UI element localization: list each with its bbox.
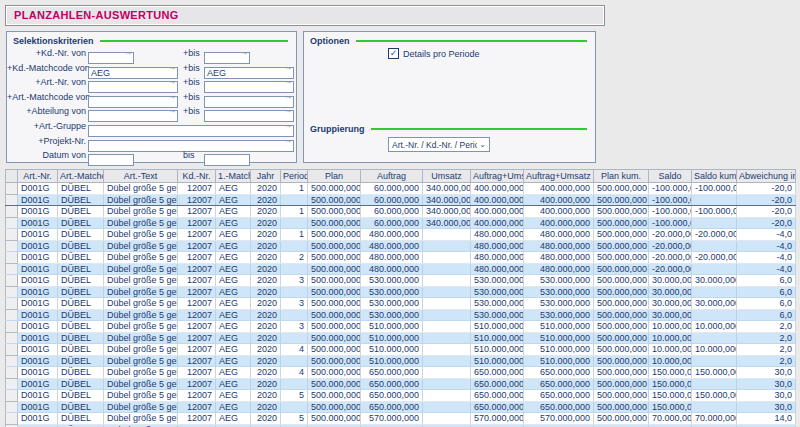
cell-auftrag-umsatz-kum[interactable]: 480.000,000 xyxy=(524,240,594,252)
cell-art-nr[interactable]: D001G xyxy=(18,275,58,287)
cell-periode[interactable]: 2 xyxy=(281,252,308,264)
cell-saldo-kum[interactable] xyxy=(692,194,737,206)
cell-periode[interactable] xyxy=(281,401,308,413)
cell-auftrag-umsatz[interactable]: 650.000,000 xyxy=(471,390,524,402)
cell-periode[interactable]: 4 xyxy=(281,367,308,379)
cell-plan-kum[interactable]: 500.000,000 xyxy=(594,355,649,367)
cell-matchcode1[interactable]: AEG xyxy=(216,367,251,379)
cell-art-matchcode[interactable]: DÜBEL xyxy=(58,252,104,264)
cell-auftrag-umsatz-kum[interactable]: 400.000,000 xyxy=(524,194,594,206)
cell-abweichung[interactable]: -4,0 xyxy=(737,252,796,264)
cell-auftrag-umsatz-kum[interactable]: 400.000,000 xyxy=(524,183,594,195)
cell-saldo[interactable]: 30.000,000 xyxy=(649,286,692,298)
cell-saldo-kum[interactable] xyxy=(692,378,737,390)
cell-saldo-kum[interactable] xyxy=(692,309,737,321)
table-row[interactable]: D001GDÜBELDübel größe 5 gelb12007AEG2020… xyxy=(6,367,796,379)
cell-art-text[interactable]: Dübel größe 5 gelb xyxy=(104,206,178,218)
cell-saldo-kum[interactable]: -100.000,000 xyxy=(692,206,737,218)
cell-kd-nr[interactable]: 12007 xyxy=(178,183,216,195)
cell-jahr[interactable]: 2020 xyxy=(251,378,281,390)
cell-auftrag[interactable]: 650.000,000 xyxy=(361,367,423,379)
cell-plan[interactable]: 500.000,000 xyxy=(308,229,361,241)
cell-saldo-kum[interactable]: -100.000,000 xyxy=(692,183,737,195)
cell-abweichung[interactable]: -20,0 xyxy=(737,217,796,229)
cell-matchcode1[interactable]: AEG xyxy=(216,378,251,390)
cell-auftrag-umsatz-kum[interactable]: 530.000,000 xyxy=(524,275,594,287)
cell-saldo[interactable]: -20.000,000 xyxy=(649,263,692,275)
cell-auftrag[interactable]: 480.000,000 xyxy=(361,240,423,252)
cell-auftrag-umsatz[interactable]: 480.000,000 xyxy=(471,240,524,252)
row-selector[interactable] xyxy=(6,217,18,229)
cell-umsatz[interactable] xyxy=(423,298,471,310)
cell-saldo-kum[interactable] xyxy=(692,240,737,252)
cell-auftrag-umsatz[interactable]: 400.000,000 xyxy=(471,206,524,218)
cell-art-nr[interactable]: D001G xyxy=(18,229,58,241)
cell-auftrag-umsatz[interactable]: 510.000,000 xyxy=(471,332,524,344)
cell-plan[interactable]: 500.000,000 xyxy=(308,332,361,344)
cell-plan-kum[interactable]: 500.000,000 xyxy=(594,194,649,206)
lookup-arrow-icon[interactable]: → xyxy=(240,47,248,59)
cell-abweichung[interactable]: 30,0 xyxy=(737,378,796,390)
cell-jahr[interactable]: 2020 xyxy=(251,332,281,344)
cell-kd-nr[interactable]: 12007 xyxy=(178,286,216,298)
cell-art-text[interactable]: Dübel größe 5 gelb xyxy=(104,332,178,344)
cell-periode[interactable]: 5 xyxy=(281,413,308,425)
cell-jahr[interactable]: 2020 xyxy=(251,229,281,241)
cell-auftrag[interactable]: 650.000,000 xyxy=(361,401,423,413)
cell-plan[interactable]: 500.000,000 xyxy=(308,263,361,275)
cell-auftrag-umsatz[interactable]: 400.000,000 xyxy=(471,217,524,229)
cell-plan[interactable]: 500.000,000 xyxy=(308,206,361,218)
cell-saldo-kum[interactable]: -20.000,000 xyxy=(692,252,737,264)
cell-art-nr[interactable]: D001G xyxy=(18,217,58,229)
cell-kd-nr[interactable]: 12007 xyxy=(178,206,216,218)
cell-art-matchcode[interactable]: DÜBEL xyxy=(58,413,104,425)
cell-auftrag-umsatz[interactable]: 530.000,000 xyxy=(471,286,524,298)
cell-periode[interactable] xyxy=(281,240,308,252)
cell-auftrag[interactable]: 510.000,000 xyxy=(361,321,423,333)
cell-auftrag[interactable]: 60.000,000 xyxy=(361,183,423,195)
row-selector[interactable] xyxy=(6,275,18,287)
table-row[interactable]: D001GDÜBELDübel größe 5 gelb12007AEG2020… xyxy=(6,183,796,195)
cell-auftrag-umsatz[interactable]: 650.000,000 xyxy=(471,401,524,413)
cell-saldo[interactable]: 150.000,000 xyxy=(649,390,692,402)
cell-umsatz[interactable]: 340.000,000 xyxy=(423,217,471,229)
cell-art-nr[interactable]: D001G xyxy=(18,309,58,321)
cell-jahr[interactable]: 2020 xyxy=(251,194,281,206)
cell-jahr[interactable]: 2020 xyxy=(251,217,281,229)
cell-jahr[interactable]: 2020 xyxy=(251,321,281,333)
cell-saldo-kum[interactable]: 10.000,000 xyxy=(692,321,737,333)
cell-jahr[interactable]: 2020 xyxy=(251,413,281,425)
cell-kd-nr[interactable]: 12007 xyxy=(178,275,216,287)
cell-plan-kum[interactable]: 500.000,000 xyxy=(594,298,649,310)
cell-auftrag-umsatz[interactable]: 530.000,000 xyxy=(471,298,524,310)
cell-art-matchcode[interactable]: DÜBEL xyxy=(58,390,104,402)
cell-art-text[interactable]: Dübel größe 5 gelb xyxy=(104,183,178,195)
cell-art-nr[interactable]: D001G xyxy=(18,355,58,367)
cell-auftrag-umsatz-kum[interactable]: 570.000,000 xyxy=(524,413,594,425)
cell-kd-nr[interactable]: 12007 xyxy=(178,413,216,425)
cell-art-text[interactable]: Dübel größe 5 gelb xyxy=(104,309,178,321)
cell-matchcode1[interactable]: AEG xyxy=(216,252,251,264)
cell-auftrag-umsatz[interactable]: 400.000,000 xyxy=(471,194,524,206)
table-row[interactable]: D001GDÜBELDübel größe 5 gelb12007AEG2020… xyxy=(6,309,796,321)
cell-periode[interactable]: 5 xyxy=(281,390,308,402)
cell-umsatz[interactable]: 340.000,000 xyxy=(423,206,471,218)
cell-matchcode1[interactable]: AEG xyxy=(216,413,251,425)
cell-art-text[interactable]: Dübel größe 5 gelb xyxy=(104,401,178,413)
cell-jahr[interactable]: 2020 xyxy=(251,344,281,356)
cell-plan-kum[interactable]: 500.000,000 xyxy=(594,206,649,218)
cell-art-nr[interactable]: D001G xyxy=(18,286,58,298)
cell-auftrag-umsatz[interactable]: 650.000,000 xyxy=(471,367,524,379)
cell-plan[interactable]: 500.000,000 xyxy=(308,183,361,195)
cell-art-text[interactable]: Dübel größe 5 gelb xyxy=(104,298,178,310)
cell-kd-nr[interactable]: 12007 xyxy=(178,240,216,252)
cell-plan-kum[interactable]: 500.000,000 xyxy=(594,217,649,229)
table-row[interactable]: D001GDÜBELDübel größe 5 gelb12007AEG2020… xyxy=(6,298,796,310)
cell-plan[interactable]: 500.000,000 xyxy=(308,240,361,252)
cell-auftrag[interactable]: 510.000,000 xyxy=(361,344,423,356)
cell-saldo[interactable]: 150.000,000 xyxy=(649,378,692,390)
cell-plan-kum[interactable]: 500.000,000 xyxy=(594,344,649,356)
cell-auftrag-umsatz-kum[interactable]: 510.000,000 xyxy=(524,332,594,344)
cell-saldo-kum[interactable]: 30.000,000 xyxy=(692,298,737,310)
cell-plan-kum[interactable]: 500.000,000 xyxy=(594,390,649,402)
